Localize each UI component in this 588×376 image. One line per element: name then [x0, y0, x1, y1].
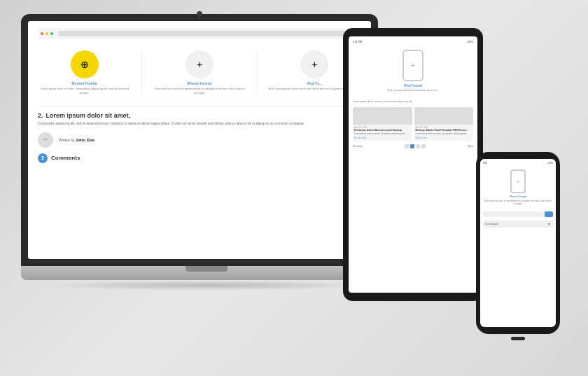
tablet-card-1-text: Lorem ipsum dolor sit amet, consectetur … — [354, 132, 411, 135]
tablet-device-label: iPad Format — [353, 84, 473, 88]
section-2-number: 2. — [38, 112, 43, 119]
tablet-card-1: April 17, 2015 Ecoboard, Admin Business … — [353, 107, 412, 141]
pagination-dots — [405, 144, 426, 148]
tablet-device: 4:21 PM 100% + iPad Format Sed ut perspi… — [343, 28, 483, 308]
phone-content: 9:41 100% + iPhone Format Duis aute irur… — [480, 159, 556, 327]
phone-category-dropdown[interactable]: by Category ▼ — [483, 221, 553, 228]
monitor-icon: ⊕ — [71, 50, 99, 78]
phone-device: 9:41 100% + iPhone Format Duis aute irur… — [476, 152, 560, 341]
tablet-device-section: + iPad Format Sed ut perspiciatis unde o… — [353, 46, 473, 97]
pagination-next[interactable]: Next — [468, 145, 473, 148]
tablet-lorem: Lorem ipsum dolor sit amet, consectetur … — [353, 100, 473, 104]
comments-row: 3 Comments — [38, 153, 361, 163]
tablet-card-2-title: Mockup, Admin Panel Template PSD Resou..… — [416, 129, 472, 132]
iphone-icon: + — [186, 50, 214, 78]
phone-device-icon: + — [510, 169, 526, 193]
laptop-shadow — [46, 280, 368, 291]
phone-home-button[interactable] — [511, 337, 525, 340]
laptop-device: ⊕ Monitor Format Lorem ipsum dolor sit a… — [21, 14, 392, 308]
tablet-card-1-title: Ecoboard, Admin Business card Mockup — [354, 129, 411, 132]
monitor-device-item: ⊕ Monitor Format Lorem ipsum dolor sit a… — [38, 50, 131, 95]
devices-row: ⊕ Monitor Format Lorem ipsum dolor sit a… — [38, 45, 361, 100]
page-dot-1[interactable] — [405, 144, 409, 148]
phone-search-input[interactable] — [483, 211, 543, 217]
page-dot-3[interactable] — [416, 144, 420, 148]
phone-device-section: + iPhone Format Duis aute irure dolor in… — [483, 167, 553, 208]
browser-bar — [38, 28, 361, 39]
iphone-label: iPhone Format — [153, 81, 246, 85]
written-by-label: Written by — [59, 138, 74, 142]
author-avatar: ✏ — [38, 132, 53, 148]
phone-search-bar — [483, 211, 553, 217]
tablet-card-2: April 17, 2015 Mockup, Admin Panel Templ… — [414, 107, 474, 141]
laptop-screen: ⊕ Monitor Format Lorem ipsum dolor sit a… — [28, 21, 371, 259]
monitor-label: Monitor Format — [38, 81, 131, 85]
ipad-icon: + — [300, 50, 328, 78]
tablet-status-bar: 4:21 PM 100% — [353, 41, 473, 43]
tablet-device-desc: Sed ut perspiciatis unde omnis iste natu… — [353, 89, 473, 92]
phone-device-label: iPhone Format — [483, 195, 553, 198]
tablet-card-1-link: By John Doe — [354, 137, 411, 139]
phone-search-button[interactable] — [545, 211, 553, 217]
tablet-screen: 4:21 PM 100% + iPad Format Sed ut perspi… — [349, 36, 477, 293]
scene: ⊕ Monitor Format Lorem ipsum dolor sit a… — [0, 0, 588, 376]
divider-2 — [257, 50, 258, 95]
tablet-signal: 100% — [467, 41, 473, 43]
page-dot-4[interactable] — [421, 144, 426, 148]
phone-status-bar: 9:41 100% — [483, 162, 553, 165]
tablet-time: 4:21 PM — [353, 41, 362, 43]
author-name: John Doe — [76, 138, 94, 142]
monitor-desc: Lorem ipsum dolor sit amet, consectetur … — [38, 87, 131, 95]
iphone-desc: Duis aute irure dolor in reprehenderit i… — [153, 87, 246, 95]
phone-device-desc: Duis aute irure dolor in reprehenderit i… — [483, 200, 553, 205]
laptop-screen-outer: ⊕ Monitor Format Lorem ipsum dolor sit a… — [21, 14, 378, 266]
browser-dot-green — [50, 32, 53, 35]
section-2-body: Consectetur adipiscing elit, sed do eius… — [38, 122, 361, 127]
comments-badge: 3 — [38, 153, 48, 163]
section-2-heading: Lorem ipsum dolor sit amet, — [46, 112, 130, 119]
phone-outer: 9:41 100% + iPhone Format Duis aute irur… — [476, 152, 560, 334]
section-2: 2. Lorem ipsum dolor sit amet, Consectet… — [38, 106, 361, 127]
tablet-pagination: Previous Next — [353, 144, 473, 148]
tablet-card-2-link: By John Doe — [416, 137, 472, 139]
section-2-title: 2. Lorem ipsum dolor sit amet, — [38, 112, 361, 119]
phone-signal: 100% — [547, 162, 553, 165]
laptop-base — [21, 266, 392, 280]
phone-screen: 9:41 100% + iPhone Format Duis aute irur… — [480, 159, 556, 327]
browser-dot-yellow — [46, 32, 48, 35]
comments-label: Comments — [51, 155, 80, 161]
tablet-device-icon: + — [402, 50, 424, 81]
author-text: Written by John Doe — [59, 138, 94, 142]
browser-dot-red — [41, 32, 43, 35]
tablet-card-1-image — [353, 107, 412, 125]
laptop-camera — [197, 11, 202, 17]
tablet-cards: April 17, 2015 Ecoboard, Admin Business … — [353, 107, 473, 141]
divider-1 — [141, 50, 142, 95]
iphone-device-item: + iPhone Format Duis aute irure dolor in… — [153, 50, 246, 95]
tablet-card-2-text: Lorem ipsum dolor sit amet, consectetur … — [416, 132, 472, 135]
laptop-screen-content: ⊕ Monitor Format Lorem ipsum dolor sit a… — [28, 21, 371, 259]
browser-address-bar[interactable] — [58, 31, 358, 36]
tablet-card-2-image — [414, 107, 474, 125]
pagination-prev[interactable]: Previous — [353, 145, 363, 148]
tablet-outer: 4:21 PM 100% + iPad Format Sed ut perspi… — [343, 28, 483, 301]
phone-category-arrow-icon: ▼ — [547, 222, 551, 226]
tablet-card-1-body: April 17, 2015 Ecoboard, Admin Business … — [353, 125, 412, 141]
phone-time: 9:41 — [483, 162, 487, 165]
tablet-content: 4:21 PM 100% + iPad Format Sed ut perspi… — [349, 36, 477, 293]
page-dot-2[interactable] — [410, 144, 414, 148]
phone-category-label: by Category — [485, 223, 498, 225]
author-row: ✏ Written by John Doe — [38, 132, 361, 148]
tablet-card-2-body: April 17, 2015 Mockup, Admin Panel Templ… — [414, 125, 474, 141]
